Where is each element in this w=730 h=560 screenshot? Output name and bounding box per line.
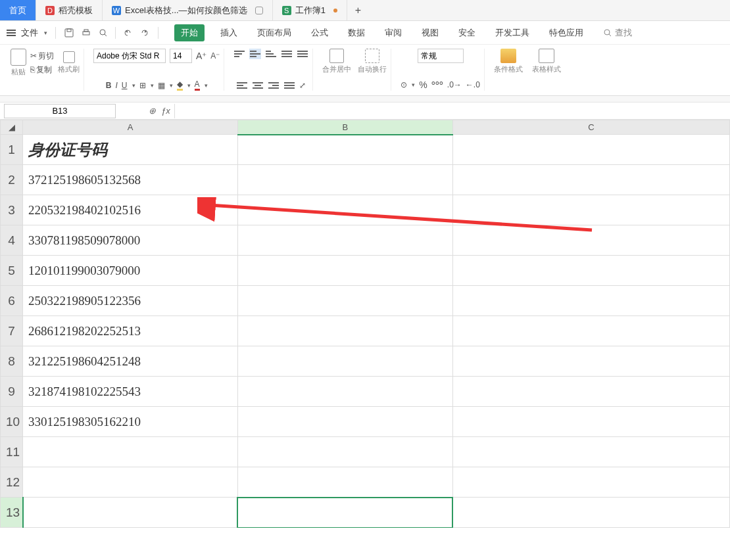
cell-style-button[interactable]: ▦ <box>158 81 165 90</box>
menu-dev[interactable]: 开发工具 <box>491 24 533 41</box>
increase-decimal-icon[interactable]: .0→ <box>447 80 462 89</box>
fx-zoom-icon[interactable]: ⊕ <box>149 106 156 116</box>
cell-A1[interactable]: 身份证号码 <box>23 135 238 165</box>
tab-templates[interactable]: D稻壳模板 <box>36 0 103 20</box>
cell-A2[interactable]: 372125198605132568 <box>23 165 238 195</box>
spreadsheet-grid[interactable]: ◢ A B C 1身份证号码 2372125198605132568 32205… <box>0 120 730 528</box>
align-middle-icon[interactable] <box>249 49 261 59</box>
cell-C10[interactable] <box>452 407 729 437</box>
row-header[interactable]: 2 <box>1 165 23 195</box>
align-right-icon[interactable] <box>268 80 280 91</box>
cell-C3[interactable] <box>452 195 729 225</box>
cell-B9[interactable] <box>237 377 452 407</box>
fill-color-button[interactable]: ◆ <box>177 80 183 91</box>
format-painter-icon[interactable] <box>63 51 75 63</box>
cell-B13[interactable] <box>237 498 452 528</box>
cell-B3[interactable] <box>237 195 452 225</box>
increase-font-icon[interactable]: A⁺ <box>196 51 207 61</box>
cell-B11[interactable] <box>237 437 452 467</box>
row-header[interactable]: 4 <box>1 225 23 256</box>
formula-input[interactable] <box>174 104 730 118</box>
new-tab-button[interactable]: + <box>347 5 369 16</box>
comma-icon[interactable]: ᵒᵒᵒ <box>431 79 443 91</box>
cell-C4[interactable] <box>452 225 729 256</box>
cell-A4[interactable]: 330781198509078000 <box>23 225 238 256</box>
currency-icon[interactable]: ⊙ <box>401 80 407 89</box>
menu-special[interactable]: 特色应用 <box>545 24 587 41</box>
cell-A11[interactable] <box>23 437 238 467</box>
select-all-corner[interactable]: ◢ <box>1 120 23 135</box>
menu-security[interactable]: 安全 <box>454 24 479 41</box>
align-bottom-icon[interactable] <box>265 49 277 59</box>
cut-button[interactable]: ✂ 剪切 <box>30 51 54 62</box>
row-header[interactable]: 7 <box>1 316 23 346</box>
cell-B1[interactable] <box>237 135 452 165</box>
font-size-select[interactable] <box>170 49 192 63</box>
cell-B6[interactable] <box>237 286 452 316</box>
decrease-font-icon[interactable]: A⁻ <box>210 51 220 60</box>
save-icon[interactable] <box>64 28 74 38</box>
menu-formula[interactable]: 公式 <box>307 24 332 41</box>
cell-C8[interactable] <box>452 346 729 377</box>
row-header[interactable]: 12 <box>1 467 23 498</box>
wrap-icon[interactable] <box>365 49 379 63</box>
font-color-button[interactable]: A <box>195 80 200 91</box>
cell-C7[interactable] <box>452 316 729 346</box>
menu-layout[interactable]: 页面布局 <box>253 24 295 41</box>
align-center-icon[interactable] <box>252 80 264 91</box>
cell-A3[interactable]: 220532198402102516 <box>23 195 238 225</box>
paste-icon[interactable] <box>11 49 26 66</box>
undo-icon[interactable] <box>122 28 133 38</box>
menu-data[interactable]: 数据 <box>344 24 369 41</box>
cell-A8[interactable]: 321225198604251248 <box>23 346 238 377</box>
row-header[interactable]: 9 <box>1 377 23 407</box>
conditional-format-icon[interactable] <box>500 49 516 63</box>
indent-decrease-icon[interactable] <box>281 49 293 59</box>
tab-excel-doc[interactable]: WExcel表格技...—如何按颜色筛选 <box>103 0 273 20</box>
cell-A7[interactable]: 268612198202252513 <box>23 316 238 346</box>
col-header-B[interactable]: B <box>237 120 452 135</box>
italic-button[interactable]: I <box>116 81 118 90</box>
cell-A12[interactable] <box>23 467 238 498</box>
decrease-decimal-icon[interactable]: ←.0 <box>466 80 480 89</box>
row-header[interactable]: 5 <box>1 256 23 286</box>
cell-C6[interactable] <box>452 286 729 316</box>
menu-review[interactable]: 审阅 <box>381 24 406 41</box>
tab-workbook[interactable]: S工作簿1 <box>273 0 347 20</box>
cell-B10[interactable] <box>237 407 452 437</box>
menu-insert[interactable]: 插入 <box>216 24 241 41</box>
col-header-C[interactable]: C <box>452 120 729 135</box>
indent-increase-icon[interactable] <box>297 49 308 59</box>
copy-button[interactable]: ⎘ 复制 <box>30 64 54 76</box>
cell-C13[interactable] <box>452 498 729 528</box>
tab-home[interactable]: 首页 <box>0 0 36 20</box>
cell-C12[interactable] <box>452 467 729 498</box>
percent-icon[interactable]: % <box>419 80 427 90</box>
cell-C5[interactable] <box>452 256 729 286</box>
cell-C2[interactable] <box>452 165 729 195</box>
cell-A5[interactable]: 120101199003079000 <box>23 256 238 286</box>
file-menu[interactable]: 文件 <box>21 27 38 39</box>
number-format-select[interactable] <box>418 49 464 63</box>
cell-C1[interactable] <box>452 135 729 165</box>
cell-A13[interactable] <box>23 498 238 528</box>
redo-icon[interactable] <box>139 28 150 38</box>
border-button[interactable]: ⊞ <box>139 81 146 90</box>
cell-A10[interactable]: 330125198305162210 <box>23 407 238 437</box>
menu-view[interactable]: 视图 <box>418 24 443 41</box>
table-style-icon[interactable] <box>539 49 554 63</box>
cell-B4[interactable] <box>237 225 452 256</box>
row-header[interactable]: 3 <box>1 195 23 225</box>
font-name-select[interactable] <box>93 49 166 63</box>
cell-B7[interactable] <box>237 316 452 346</box>
bold-button[interactable]: B <box>106 81 112 90</box>
cell-B5[interactable] <box>237 256 452 286</box>
cell-B8[interactable] <box>237 346 452 377</box>
merge-icon[interactable] <box>329 49 344 63</box>
col-header-A[interactable]: A <box>23 120 238 135</box>
row-header[interactable]: 1 <box>1 135 23 165</box>
row-header[interactable]: 13 <box>1 498 23 528</box>
cell-C11[interactable] <box>452 437 729 467</box>
preview-icon[interactable] <box>98 28 109 38</box>
row-header[interactable]: 8 <box>1 346 23 377</box>
